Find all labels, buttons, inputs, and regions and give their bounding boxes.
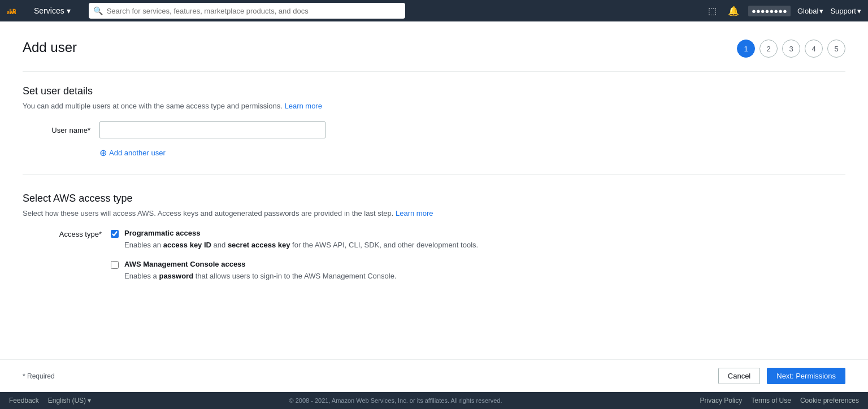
console-access-option: AWS Management Console access Enables a … <box>111 260 478 282</box>
access-type-desc-text: Select how these users will access AWS. … <box>23 209 393 217</box>
set-user-details-desc: You can add multiple users at once with … <box>23 102 845 110</box>
privacy-policy-link[interactable]: Privacy Policy <box>700 397 743 404</box>
access-type-desc: Select how these users will access AWS. … <box>23 209 845 217</box>
access-type-row: Access type* Programmatic access Enables… <box>23 229 845 281</box>
access-key-id-bold: access key ID <box>163 241 211 249</box>
console-access-title: AWS Management Console access <box>124 260 397 268</box>
footer-actions: Cancel Next: Permissions <box>718 368 845 384</box>
footer-copyright: © 2008 - 2021, Amazon Web Services, Inc.… <box>289 397 502 404</box>
top-navigation: aws Services ▾ 🔍 ⬚ 🔔 ●●●●●●●● Global ▾ S… <box>0 0 868 21</box>
set-user-details-section: Set user details You can add multiple us… <box>23 85 845 160</box>
password-bold: password <box>159 272 193 280</box>
step-5: 5 <box>827 40 845 58</box>
learn-more-link-2[interactable]: Learn more <box>396 209 433 217</box>
language-label: English (US) <box>48 397 86 404</box>
region-button[interactable]: Global ▾ <box>797 7 824 15</box>
region-chevron-icon: ▾ <box>819 7 823 15</box>
services-label: Services <box>34 6 64 15</box>
header-divider <box>23 71 845 72</box>
add-another-user-label: Add another user <box>109 149 166 157</box>
search-icon: 🔍 <box>93 6 103 15</box>
secret-access-key-bold: secret access key <box>228 241 290 249</box>
learn-more-link-1[interactable]: Learn more <box>284 102 322 110</box>
step-4: 4 <box>805 40 823 58</box>
language-button[interactable]: English (US) ▾ <box>48 397 92 404</box>
access-type-label: Access type* <box>23 229 102 238</box>
feedback-button[interactable]: Feedback <box>9 397 39 404</box>
required-note: * Required <box>23 372 55 380</box>
footer-right: Privacy Policy Terms of Use Cookie prefe… <box>700 397 859 404</box>
language-chevron-icon: ▾ <box>88 397 91 404</box>
username-label: User name* <box>23 126 90 134</box>
console-access-desc: Enables a password that allows users to … <box>124 271 397 282</box>
set-user-details-desc-text: You can add multiple users at once with … <box>23 102 283 110</box>
set-user-details-title: Set user details <box>23 85 845 97</box>
terminal-icon-button[interactable]: ⬚ <box>706 3 719 19</box>
steps-indicator: 1 2 3 4 5 <box>737 40 845 58</box>
programmatic-access-option: Programmatic access Enables an access ke… <box>111 229 478 251</box>
programmatic-access-content: Programmatic access Enables an access ke… <box>124 229 478 251</box>
page-header: Add user 1 2 3 4 5 <box>23 40 845 58</box>
access-type-title: Select AWS access type <box>23 193 845 204</box>
add-another-user-button[interactable]: ⊕ Add another user <box>99 145 166 160</box>
cookie-preferences-link[interactable]: Cookie preferences <box>800 397 859 404</box>
main-content: Add user 1 2 3 4 5 Set user details You … <box>0 21 868 359</box>
programmatic-access-checkbox[interactable] <box>111 230 119 238</box>
support-label: Support <box>830 7 856 15</box>
services-chevron-icon: ▾ <box>67 6 71 15</box>
step-3: 3 <box>782 40 800 58</box>
aws-logo[interactable]: aws <box>7 5 25 16</box>
bell-icon-button[interactable]: 🔔 <box>726 3 741 19</box>
middle-divider <box>23 174 845 175</box>
services-button[interactable]: Services ▾ <box>29 4 75 18</box>
footer-left: Feedback English (US) ▾ <box>9 397 91 404</box>
search-input[interactable] <box>89 3 405 19</box>
next-permissions-button[interactable]: Next: Permissions <box>767 368 845 384</box>
console-access-content: AWS Management Console access Enables a … <box>124 260 397 282</box>
nav-right: ⬚ 🔔 ●●●●●●●● Global ▾ Support ▾ <box>706 3 861 19</box>
username-input[interactable] <box>99 121 326 138</box>
username-row: User name* <box>23 121 845 138</box>
terms-of-use-link[interactable]: Terms of Use <box>751 397 791 404</box>
programmatic-access-title: Programmatic access <box>124 229 478 237</box>
page-title: Add user <box>23 40 77 55</box>
cancel-button[interactable]: Cancel <box>718 368 760 384</box>
support-chevron-icon: ▾ <box>857 7 861 15</box>
region-label: Global <box>797 7 819 15</box>
step-1: 1 <box>737 40 755 58</box>
support-button[interactable]: Support ▾ <box>830 7 861 15</box>
username-display[interactable]: ●●●●●●●● <box>748 6 791 16</box>
access-options: Programmatic access Enables an access ke… <box>111 229 478 281</box>
programmatic-access-desc: Enables an access key ID and secret acce… <box>124 240 478 251</box>
step-2: 2 <box>760 40 778 58</box>
svg-text:aws: aws <box>7 10 16 15</box>
bottom-footer: Feedback English (US) ▾ © 2008 - 2021, A… <box>0 392 868 409</box>
footer-bar: * Required Cancel Next: Permissions <box>0 359 868 392</box>
console-access-checkbox[interactable] <box>111 261 119 269</box>
access-type-section: Select AWS access type Select how these … <box>23 193 845 281</box>
plus-icon: ⊕ <box>99 147 107 158</box>
search-bar: 🔍 <box>89 3 405 19</box>
